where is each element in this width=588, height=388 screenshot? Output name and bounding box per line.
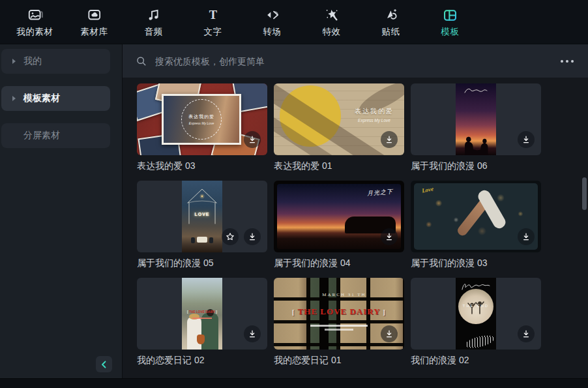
tab-label: 特效 xyxy=(323,26,341,38)
template-thumbnail[interactable]: MARCH 31 TH [ THE LOVE DAIRY ] xyxy=(274,278,404,350)
template-grid: 表达我的爱 Express My Love 表达我的爱 03 xyxy=(137,83,541,366)
template-thumbnail[interactable]: LOVE xyxy=(137,181,267,252)
download-button[interactable] xyxy=(244,228,261,245)
thumbnail-art-layer: [ THE LOVE DAIRY ] xyxy=(182,278,222,350)
my-media-icon xyxy=(26,7,44,24)
thumbnail-art-layer: LOVE xyxy=(182,181,222,252)
template-title: 我们的浪漫 02 xyxy=(411,354,541,366)
overlay-text-zh: 表达我的爱 xyxy=(355,107,394,116)
template-icon xyxy=(441,7,459,24)
template-thumbnail[interactable]: [ THE LOVE DAIRY ] xyxy=(137,278,267,350)
tab-sticker[interactable]: 贴纸 xyxy=(361,3,420,42)
overlay-script-text: 月光之下 xyxy=(367,188,394,198)
sidebar-item-mine[interactable]: 我的 xyxy=(1,49,110,74)
template-title: 我的恋爱日记 01 xyxy=(274,354,404,366)
chevron-left-icon xyxy=(98,359,110,370)
tab-effects[interactable]: 特效 xyxy=(302,3,361,42)
figure-decoration xyxy=(197,335,205,344)
tab-label: 贴纸 xyxy=(382,26,400,38)
svg-text:T: T xyxy=(209,8,216,22)
tab-label: 转场 xyxy=(263,26,282,38)
template-card: 月光之下 属于我们的浪漫 04 xyxy=(274,181,404,269)
sidebar-item-splitscreen-materials[interactable]: 分屏素材 xyxy=(1,123,110,148)
overlay-text-en: Express My Love xyxy=(355,118,394,123)
template-title: 属于我们的浪漫 05 xyxy=(137,257,267,269)
tab-text[interactable]: T 文字 xyxy=(183,3,243,42)
transition-icon xyxy=(263,7,281,24)
template-thumbnail[interactable] xyxy=(411,83,541,155)
couple-silhouette xyxy=(456,125,496,155)
download-icon xyxy=(385,232,394,241)
template-title: 属于我们的浪漫 03 xyxy=(411,257,541,269)
template-thumbnail[interactable]: Love xyxy=(411,181,541,252)
figure-decoration xyxy=(187,317,201,350)
thumbnail-art-layer xyxy=(209,237,213,243)
favorite-button[interactable] xyxy=(222,228,239,245)
template-panel: 表达我的爱 Express My Love 表达我的爱 03 xyxy=(123,44,588,378)
template-thumbnail[interactable]: THE END xyxy=(411,278,541,350)
caption-decoration xyxy=(192,318,212,319)
wreath-decoration: 表达我的爱 Express My Love xyxy=(181,99,222,140)
template-card: 表达我的爱 Express My Love 表达我的爱 03 xyxy=(137,83,267,172)
tab-transition[interactable]: 转场 xyxy=(243,3,302,42)
media-library-icon xyxy=(85,7,103,24)
tab-label: 素材库 xyxy=(81,26,108,38)
audio-icon xyxy=(145,7,162,24)
download-icon xyxy=(522,135,531,144)
download-button[interactable] xyxy=(244,325,261,342)
bottom-divider xyxy=(0,378,588,388)
script-decoration xyxy=(456,85,496,97)
thumbnail-art-layer: 表达我的爱 Express My Love xyxy=(355,107,394,123)
tab-audio[interactable]: 音频 xyxy=(124,3,183,42)
template-thumbnail[interactable]: 表达我的爱 Express My Love xyxy=(137,83,267,155)
template-title: 表达我的爱 01 xyxy=(274,160,404,172)
overlay-script-text: Love xyxy=(421,186,434,194)
tab-media-library[interactable]: 素材库 xyxy=(65,3,124,42)
star-icon xyxy=(226,232,235,241)
scrollbar-thumb[interactable] xyxy=(582,177,587,210)
tab-label: 音频 xyxy=(145,26,163,38)
download-button[interactable] xyxy=(244,131,261,148)
template-title: 表达我的爱 03 xyxy=(137,160,267,172)
sidebar-item-label: 分屏素材 xyxy=(23,130,60,142)
caption-decoration xyxy=(325,329,353,331)
thumbnail-art-layer: THE END xyxy=(456,278,496,350)
download-button[interactable] xyxy=(381,325,398,342)
tab-template[interactable]: 模板 xyxy=(420,3,480,42)
sidebar-collapse-button[interactable] xyxy=(96,356,112,372)
sticker-icon xyxy=(382,7,400,24)
download-icon xyxy=(385,329,394,338)
overlay-text-en: Express My Love xyxy=(189,121,214,125)
download-button[interactable] xyxy=(518,325,535,342)
template-card: THE END 我们的浪漫 02 xyxy=(411,278,541,366)
search-input[interactable] xyxy=(154,55,550,67)
effects-icon xyxy=(323,7,340,24)
download-icon xyxy=(248,135,257,144)
download-button[interactable] xyxy=(518,228,535,245)
tab-label: 模板 xyxy=(441,26,460,38)
thumbnail-art-layer xyxy=(191,237,195,243)
tab-label: 文字 xyxy=(204,26,222,38)
download-button[interactable] xyxy=(381,228,398,245)
chevron-right-icon xyxy=(12,96,16,101)
overlay-title-text: [ THE LOVE DAIRY ] xyxy=(274,306,404,317)
template-card: LOVE 属于我们的浪漫 05 xyxy=(137,181,267,269)
download-icon xyxy=(248,232,257,241)
template-thumbnail[interactable]: 表达我的爱 Express My Love xyxy=(274,83,404,155)
sidebar-item-template-materials[interactable]: 模板素材 xyxy=(1,86,110,111)
download-button[interactable] xyxy=(518,131,535,148)
sidebar-item-label: 我的 xyxy=(23,55,42,67)
download-button[interactable] xyxy=(381,131,398,148)
template-card: Love 属于我们的浪漫 03 xyxy=(411,181,541,269)
template-title: 属于我们的浪漫 04 xyxy=(274,257,404,269)
template-title: 我的恋爱日记 02 xyxy=(137,354,267,366)
caption-decoration xyxy=(310,325,368,327)
scribble-decoration xyxy=(464,333,496,350)
top-toolbar: 我的素材 素材库 音频 T 文字 xyxy=(0,0,588,44)
sidebar-item-label: 模板素材 xyxy=(23,93,60,104)
template-thumbnail[interactable]: 月光之下 xyxy=(274,181,404,252)
download-icon xyxy=(522,329,531,338)
tab-my-media[interactable]: 我的素材 xyxy=(5,3,65,42)
tab-label: 我的素材 xyxy=(17,26,53,38)
more-options-button[interactable] xyxy=(559,57,575,65)
